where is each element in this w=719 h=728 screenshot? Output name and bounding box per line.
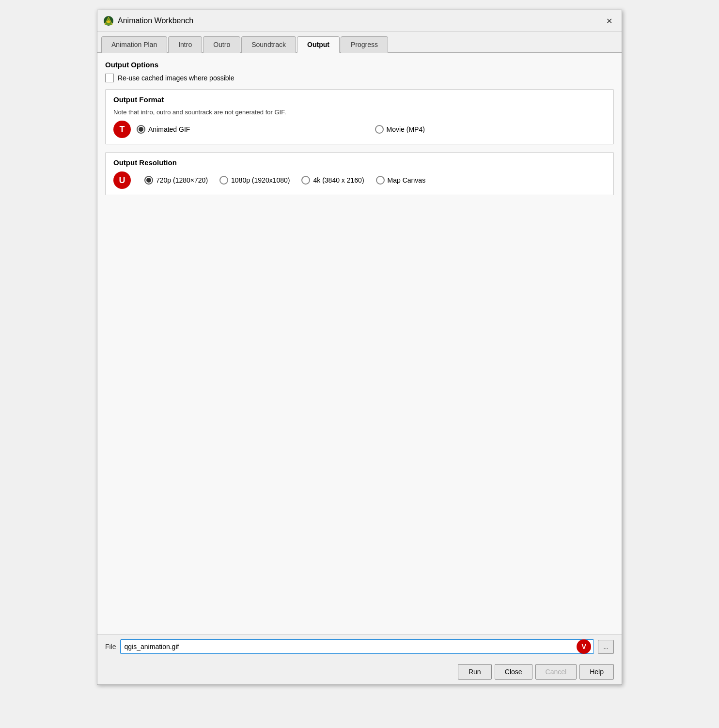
close-button[interactable]: Close (495, 664, 532, 680)
close-window-button[interactable]: ✕ (602, 14, 616, 28)
radio-4k-label: 4k (3840 x 2160) (313, 176, 364, 184)
tab-output[interactable]: Output (297, 36, 340, 53)
run-button[interactable]: Run (458, 664, 492, 680)
output-options-title: Output Options (105, 61, 614, 69)
file-input-wrap: V (120, 639, 594, 654)
tab-content-output: Output Options Re-use cached images wher… (97, 53, 622, 634)
radio-gif-label: Animated GIF (148, 125, 190, 133)
output-resolution-title: Output Resolution (113, 158, 606, 167)
badge-u: U (113, 171, 131, 189)
window-title: Animation Workbench (118, 16, 193, 25)
app-icon (103, 15, 114, 26)
radio-gif-circle[interactable] (137, 125, 145, 134)
resolution-row: U 720p (1280×720) 1080p (1920x1080) 4k (… (113, 171, 606, 189)
radio-720p-label: 720p (1280×720) (156, 176, 208, 184)
tab-bar: Animation Plan Intro Outro Soundtrack Ou… (97, 32, 622, 53)
reuse-cache-label: Re-use cached images where possible (118, 74, 234, 82)
format-row: T Animated GIF Movie (MP4) (113, 121, 606, 138)
reuse-cache-row: Re-use cached images where possible (105, 74, 614, 82)
title-bar: Animation Workbench ✕ (97, 10, 622, 32)
radio-movie-mp4[interactable]: Movie (MP4) (375, 125, 425, 134)
radio-1080p-circle[interactable] (219, 176, 228, 185)
browse-button[interactable]: ... (598, 640, 614, 654)
tab-animation-plan[interactable]: Animation Plan (101, 36, 167, 53)
radio-720p[interactable]: 720p (1280×720) (144, 176, 208, 185)
radio-1080p[interactable]: 1080p (1920x1080) (219, 176, 290, 185)
main-window: Animation Workbench ✕ Animation Plan Int… (97, 10, 622, 685)
radio-map-canvas-circle[interactable] (376, 176, 385, 185)
file-row: File V ... (97, 634, 622, 659)
radio-animated-gif[interactable]: Animated GIF (137, 125, 190, 134)
radio-4k[interactable]: 4k (3840 x 2160) (301, 176, 364, 185)
tab-intro[interactable]: Intro (168, 36, 202, 53)
radio-map-canvas-label: Map Canvas (388, 176, 426, 184)
radio-mp4-circle[interactable] (375, 125, 384, 134)
radio-1080p-label: 1080p (1920x1080) (231, 176, 290, 184)
output-format-note: Note that intro, outro and sountrack are… (113, 108, 606, 116)
bottom-bar: Run Close Cancel Help (97, 659, 622, 684)
output-resolution-group: Output Resolution U 720p (1280×720) 1080… (105, 152, 614, 195)
output-format-group: Output Format Note that intro, outro and… (105, 89, 614, 144)
help-button[interactable]: Help (579, 664, 614, 680)
svg-point-3 (107, 20, 110, 23)
cancel-button[interactable]: Cancel (535, 664, 577, 680)
output-format-title: Output Format (113, 95, 606, 104)
tab-progress[interactable]: Progress (341, 36, 388, 53)
radio-4k-circle[interactable] (301, 176, 310, 185)
file-label: File (105, 643, 116, 651)
file-input[interactable] (120, 639, 594, 654)
badge-v: V (577, 639, 591, 654)
radio-map-canvas[interactable]: Map Canvas (376, 176, 426, 185)
radio-mp4-label: Movie (MP4) (387, 125, 425, 133)
tab-outro[interactable]: Outro (203, 36, 240, 53)
badge-t: T (113, 121, 131, 138)
radio-720p-circle[interactable] (144, 176, 153, 185)
reuse-cache-checkbox[interactable] (105, 74, 114, 82)
tab-soundtrack[interactable]: Soundtrack (241, 36, 296, 53)
